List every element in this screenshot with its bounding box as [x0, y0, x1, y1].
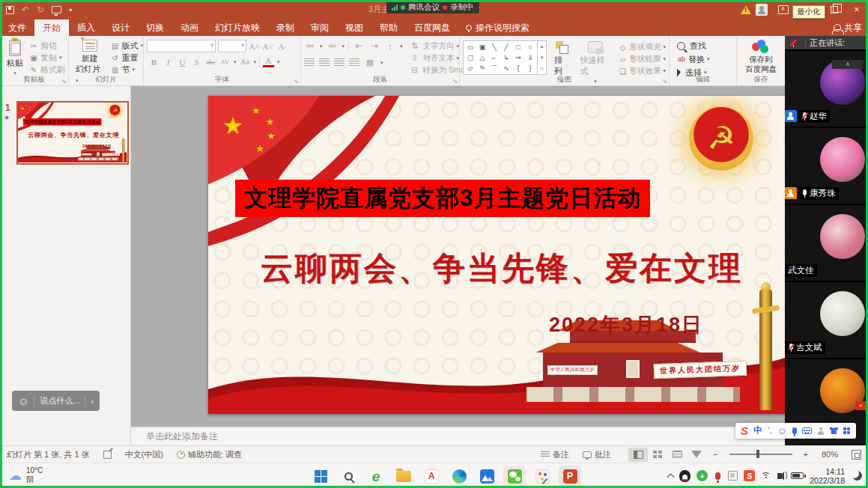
ime-emoji-icon[interactable]: ☺ [777, 426, 787, 436]
tab-home[interactable]: 开始 [34, 19, 69, 36]
drawing-dialog-launcher[interactable]: ⇘ [662, 78, 667, 85]
sogou-logo-icon[interactable]: S [741, 425, 748, 436]
numbering-icon[interactable]: ≕ [327, 40, 339, 52]
battery-icon[interactable] [791, 472, 804, 479]
line-spacing-icon[interactable]: ↕ [384, 40, 396, 52]
tab-file[interactable]: 文件 [0, 19, 34, 36]
taskbar-meeting-button[interactable] [476, 466, 498, 487]
shape-cell[interactable]: ⌒ [488, 63, 500, 73]
layout-button[interactable]: ▤版式▾ [110, 40, 143, 51]
collapse-handle[interactable]: ∧ [832, 60, 864, 69]
increase-indent-icon[interactable]: ⇥ [368, 40, 380, 52]
font-size-select[interactable] [218, 40, 246, 52]
format-painter-button[interactable]: ✎格式刷 [29, 64, 65, 75]
taskbar-powerpoint-button[interactable]: P [559, 466, 581, 487]
participant-tile[interactable]: ∧ 赵华 [785, 49, 868, 126]
save-to-baidu-button[interactable]: 保存到 百度网盘 [737, 39, 785, 76]
font-dialog-launcher[interactable]: ⇘ [294, 78, 299, 85]
zoom-slider[interactable] [729, 454, 792, 455]
participant-tile[interactable]: 吉文斌 [785, 281, 868, 358]
ime-voice-icon[interactable] [792, 427, 797, 434]
tab-help[interactable]: 帮助 [371, 19, 406, 36]
decrease-indent-icon[interactable]: ⇤ [353, 40, 365, 52]
shape-cell[interactable]: ↳ [500, 52, 512, 63]
align-left-icon[interactable] [304, 58, 315, 67]
taskbar-paint-button[interactable] [531, 466, 553, 487]
taskbar-wechat-button[interactable] [503, 466, 526, 487]
find-button[interactable]: 查找 [677, 40, 736, 51]
participant-tile[interactable]: 武文佳 [785, 204, 868, 281]
ribbon-display-options-icon[interactable] [778, 5, 789, 14]
emoji-icon[interactable]: ☺ [18, 396, 28, 406]
meeting-chat-bar[interactable]: ☺ 说点什么... ‹ [12, 391, 100, 411]
justify-icon[interactable] [349, 58, 359, 67]
cut-button[interactable]: ✂剪切 [29, 40, 65, 51]
change-case-button[interactable]: Aa [240, 56, 251, 67]
shape-outline-button[interactable]: ▱形状轮廓▾ [618, 54, 666, 64]
ime-account-icon[interactable] [817, 427, 825, 435]
antivirus-icon[interactable]: + [696, 470, 708, 481]
char-spacing-button[interactable]: AV [219, 56, 231, 67]
zoom-out-button[interactable]: − [706, 450, 724, 459]
replace-button[interactable]: ab替换▾ [677, 54, 736, 64]
slide[interactable]: ★ ★ ★ ★ ★ ☭ 文理学院直属党支部3月主题党日活动 云聊两会、争当先锋、… [208, 96, 785, 414]
fit-to-window-button[interactable] [845, 450, 868, 460]
slide-1-thumbnail[interactable]: ★ ★ ★ ★ ★ ☭ 文理学院直属党支部3月主题党日活动 云聊两会、争当先锋、… [16, 101, 129, 165]
paste-button[interactable]: 粘贴▾ [4, 39, 26, 77]
ime-punctuation[interactable]: ’, [768, 427, 772, 435]
shape-cell[interactable]: ⇓ [524, 52, 536, 63]
taskbar-acrobat-button[interactable]: A [420, 466, 443, 487]
zoom-in-button[interactable]: + [797, 450, 815, 459]
taskbar-edge-button[interactable] [448, 466, 470, 487]
italic-button[interactable]: I [163, 56, 174, 67]
shape-cell[interactable]: ▣ [476, 42, 488, 52]
shape-cell[interactable]: ▭ [464, 42, 476, 52]
qq-icon[interactable] [679, 470, 691, 482]
wifi-icon[interactable] [761, 472, 771, 480]
shadow-button[interactable]: S [191, 56, 202, 67]
shape-cell[interactable]: { [512, 63, 524, 73]
shape-gallery-scroll[interactable]: ▴▾▿ [538, 40, 547, 75]
tab-insert[interactable]: 插入 [69, 19, 103, 36]
weather-widget[interactable]: ☁ 10°C阴 [9, 466, 43, 484]
shape-cell[interactable]: △ [476, 52, 488, 63]
sogou-ime-toolbar[interactable]: S 中 ’, ☺ [735, 423, 856, 439]
reset-button[interactable]: ↺重置 [110, 52, 143, 63]
tell-me-search[interactable]: 操作说明搜索 [458, 19, 537, 36]
slide-date[interactable]: 2022年3月18日 [549, 311, 703, 338]
zoom-level[interactable]: 80% [815, 450, 845, 459]
meeting-recording-overlay[interactable]: 腾讯会议 录制中 [386, 1, 479, 13]
clear-format-icon[interactable]: A̷ [276, 40, 287, 52]
save-icon[interactable] [6, 6, 14, 14]
restore-button[interactable] [823, 0, 846, 19]
shape-fill-button[interactable]: ◇形状填充▾ [618, 42, 666, 52]
notes-toggle[interactable]: 备注 [534, 449, 576, 460]
tab-baidu-netdisk[interactable]: 百度网盘 [406, 19, 458, 36]
bold-button[interactable]: B [148, 56, 160, 67]
redo-icon[interactable]: ↻ [37, 5, 44, 14]
participant-tile[interactable]: 康秀珠 [785, 126, 868, 204]
view-slideshow-button[interactable] [687, 448, 706, 462]
share-button[interactable]: 共享 [834, 19, 862, 36]
shape-cell[interactable]: ▱ [464, 63, 476, 73]
speaker-icon[interactable] [777, 473, 782, 479]
taskbar-explorer-button[interactable] [392, 466, 415, 487]
undo-icon[interactable]: ↶ [22, 5, 29, 14]
font-name-select[interactable] [147, 40, 216, 52]
shape-gallery[interactable]: ▭▣╲╱□○ ▢△⌐↳⇒⇓ ▱✎⌒∿{} [463, 40, 538, 75]
sogou-tray-icon[interactable]: S [744, 470, 755, 481]
taskbar-search-button[interactable] [337, 466, 359, 487]
accessibility-status[interactable]: 辅助功能: 调查 [170, 449, 249, 460]
tab-animations[interactable]: 动画 [172, 19, 207, 36]
shape-cell[interactable]: ∿ [500, 63, 512, 73]
columns-icon[interactable]: ▦ [364, 57, 376, 68]
underline-button[interactable]: U [177, 56, 188, 67]
font-color-button[interactable]: A [263, 56, 274, 67]
ime-toolbox-icon[interactable] [843, 427, 851, 435]
qat-more-icon[interactable]: ▾ [69, 7, 72, 13]
language-status[interactable]: 中文(中国) [118, 449, 170, 460]
shape-cell[interactable]: □ [512, 42, 524, 52]
shape-cell[interactable]: ⌐ [488, 52, 500, 63]
shrink-font-icon[interactable]: A˅ [262, 40, 273, 52]
shape-cell[interactable]: ✎ [476, 63, 488, 73]
